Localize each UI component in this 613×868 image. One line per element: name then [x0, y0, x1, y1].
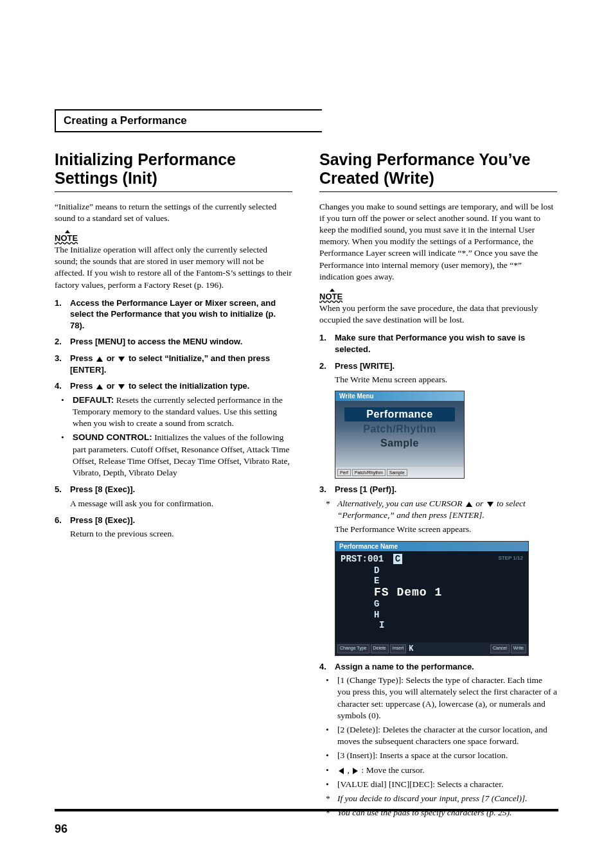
bullet-text: [1 (Change Type)]: Selects the type of c… [337, 675, 557, 722]
t: Press [70, 353, 95, 363]
shot2-action-cancel: Cancel [490, 644, 510, 653]
up-icon [96, 357, 103, 362]
shot1-item-sample: Sample [362, 436, 437, 450]
note-body-right: When you perform the save procedure, the… [319, 303, 557, 326]
left-column: Initializing Performance Settings (Init)… [55, 150, 292, 821]
t: I [379, 620, 523, 630]
step-num: 3. [319, 484, 328, 495]
shot2-body: PRST:001 C STEP 1/12 D E FS Demo 1 G H I [335, 551, 528, 642]
step-text: Make sure that Performance you wish to s… [335, 332, 557, 355]
step-r3: 3. Press [1 (Perf)]. [319, 484, 557, 495]
footer-rule [55, 809, 558, 811]
step-text: Press or to select “Initialize,” and the… [70, 353, 292, 375]
bullet-label: DEFAULT: [73, 395, 114, 405]
step-text: Press [1 (Perf)]. [335, 484, 396, 495]
heading-init: Initializing Performance Settings (Init) [55, 150, 292, 192]
right-column: Saving Performance You’ve Created (Write… [319, 150, 557, 821]
bullet-insert: • [3 (Insert)]: Inserts a space at the c… [326, 750, 557, 761]
t: to select the initialization type. [126, 381, 249, 391]
shot1-item-patch: Patch/Rhythm [344, 422, 455, 436]
shot2-action-insert: Insert [390, 644, 407, 653]
right-icon [353, 768, 358, 774]
shot2-big-name: FS Demo 1 [374, 586, 523, 599]
step-5: 5. Press [8 (Exec)]. [55, 484, 292, 495]
star-icon: * [326, 793, 332, 804]
shot1-item-performance: Performance [344, 407, 455, 421]
down-icon [118, 384, 125, 389]
step-num: 2. [319, 360, 328, 372]
down-icon [487, 502, 493, 507]
star-cancel: * If you decide to discard your input, p… [326, 793, 557, 804]
shot2-prst: PRST:001 C [341, 554, 523, 564]
note-icon: NOTE [319, 292, 342, 301]
page: Creating a Performance Initializing Perf… [0, 0, 613, 868]
t: Press [70, 381, 95, 391]
write-menu-screenshot: Write Menu Performance Patch/Rhythm Samp… [335, 391, 465, 479]
page-number: 96 [55, 822, 67, 836]
shot2-action-change: Change Type [337, 644, 369, 653]
bullet-dot: • [326, 724, 332, 747]
step-num: 4. [319, 661, 328, 673]
bullet-sound-control: • SOUND CONTROL: Initializes the values … [61, 432, 292, 479]
bullet-text: [3 (Insert)]: Inserts a space at the cur… [337, 750, 508, 761]
shot1-actions: Perf Patch/Rhythm Sample [335, 467, 464, 478]
step-num: 5. [55, 484, 64, 495]
shot2-action-write: Write [511, 644, 526, 653]
columns: Initializing Performance Settings (Init)… [55, 150, 558, 821]
t: E [374, 576, 523, 586]
t: or [474, 499, 486, 508]
shot2-k: K [407, 644, 413, 653]
section-header: Creating a Performance [55, 109, 322, 132]
bullet-default: • DEFAULT: Resets the currently selected… [61, 394, 292, 430]
heading-write: Saving Performance You’ve Created (Write… [319, 150, 557, 192]
shot2-cursor: C [393, 554, 402, 564]
star-text: If you decide to discard your input, pre… [337, 793, 528, 804]
shot1-menu: Performance Patch/Rhythm Sample [335, 401, 464, 467]
step-r3-sub: The Performance Write screen appears. [335, 524, 557, 535]
up-icon [96, 384, 103, 389]
step-6: 6. Press [8 (Exec)]. [55, 515, 292, 526]
shot1-action-patch: Patch/Rhythm [352, 469, 386, 476]
step-text: Press [MENU] to access the MENU window. [70, 336, 242, 348]
step-num: 6. [55, 515, 64, 526]
shot1-action-sample: Sample [387, 469, 407, 476]
t: H [374, 610, 523, 620]
bullet-change-type: • [1 (Change Type)]: Selects the type of… [326, 675, 557, 722]
step-text: Press [WRITE]. [335, 360, 395, 372]
step-text: Press [8 (Exec)]. [70, 515, 135, 526]
t: D [374, 565, 523, 576]
up-icon [466, 502, 472, 507]
left-icon [339, 768, 344, 774]
shot2-letters: D E FS Demo 1 G H I [374, 565, 523, 630]
t: Alternatively, you can use CURSOR [337, 499, 465, 508]
intro-write: Changes you make to sound settings are t… [319, 201, 557, 283]
star-icon: * [326, 498, 332, 521]
step-num: 1. [55, 297, 64, 332]
bullet-dot: • [61, 432, 67, 479]
step-2: 2. Press [MENU] to access the MENU windo… [55, 336, 292, 348]
step-r2-sub: The Write Menu screen appears. [335, 374, 557, 385]
note-icon: NOTE [55, 233, 78, 243]
step-text: Press [8 (Exec)]. [70, 484, 135, 495]
step-6-sub: Return to the previous screen. [70, 528, 292, 540]
bullet-value-dial: • [VALUE dial] [INC][DEC]: Selects a cha… [326, 779, 557, 790]
step-r1: 1. Make sure that Performance you wish t… [319, 332, 557, 355]
bullet-delete: • [2 (Delete)]: Deletes the character at… [326, 724, 557, 747]
step-4: 4. Press or to select the initialization… [55, 380, 292, 392]
step-text: Access the Performance Layer or Mixer sc… [70, 297, 292, 332]
step-num: 3. [55, 353, 64, 375]
shot2-title: Performance Name [335, 542, 528, 551]
step-r3-star: * Alternatively, you can use CURSOR or t… [326, 498, 557, 521]
step-5-sub: A message will ask you for confirmation. [70, 498, 292, 509]
bullet-dot: • [61, 394, 67, 430]
step-3: 3. Press or to select “Initialize,” and … [55, 353, 292, 375]
bullet-dot: • [326, 750, 332, 761]
step-num: 4. [55, 380, 64, 392]
t: or [104, 353, 117, 363]
shot2-actions: Change Type Delete Insert K Cancel Write [335, 642, 528, 655]
t: G [374, 599, 523, 609]
step-num: 1. [319, 332, 328, 355]
bullet-text: [VALUE dial] [INC][DEC]: Selects a chara… [337, 779, 503, 790]
note-body-left: The Initialize operation will affect onl… [55, 244, 292, 291]
shot2-action-delete: Delete [371, 644, 389, 653]
